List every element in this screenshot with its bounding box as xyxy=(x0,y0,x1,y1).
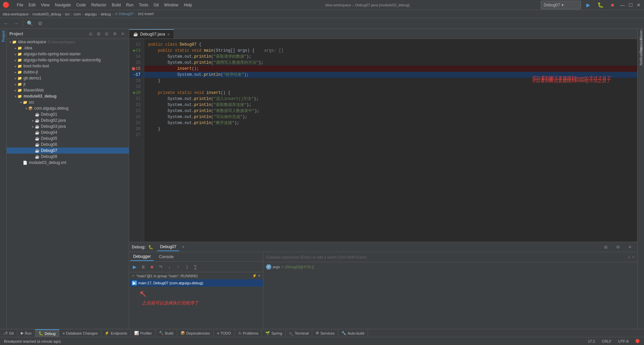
search-everywhere-button[interactable]: 🔍 xyxy=(25,19,35,28)
tool-tab-debug[interactable]: 🐛 Debug xyxy=(35,329,59,337)
bc-part-7[interactable]: ⊙ Debug07 xyxy=(115,12,134,16)
tree-idea[interactable]: ▸ 📁 .idea xyxy=(7,45,129,51)
close-panel-button[interactable]: ✕ xyxy=(119,31,126,37)
tree-debug04[interactable]: ▸ ☕ Debug04 xyxy=(7,129,129,135)
tool-tab-dependencies[interactable]: 📦 Dependencies xyxy=(177,329,214,337)
evaluate-button[interactable]: ∑ xyxy=(192,263,200,271)
tree-debug02[interactable]: ▸ ☕ Debug02.java xyxy=(7,117,129,123)
tool-tab-spring[interactable]: 🌱 Spring xyxy=(262,329,286,337)
code-editor[interactable]: public class Debug07 { public static voi… xyxy=(144,39,637,242)
debugger-tab[interactable]: Debugger xyxy=(130,253,154,261)
forward-button[interactable]: → xyxy=(11,19,21,28)
run-button[interactable]: ▶ xyxy=(584,0,593,10)
settings-button[interactable]: ⚙ xyxy=(35,19,45,28)
cursor-position[interactable]: 17:1 xyxy=(587,339,596,343)
run-config-dropdown[interactable]: Debug07 ▾ xyxy=(541,1,581,9)
stop-button[interactable]: ■ xyxy=(608,0,617,10)
tree-git-demo1[interactable]: ▸ 📁 git-demo1 xyxy=(7,75,129,81)
tree-debug03[interactable]: ▸ ☕ Debug03.java xyxy=(7,123,129,129)
project-sidebar-icon[interactable]: Project xyxy=(0,32,8,41)
tab-close-button[interactable]: ✕ xyxy=(167,33,170,36)
bc-part-4[interactable]: com xyxy=(74,12,81,16)
tree-boot-hello[interactable]: ▸ 📁 boot-hello-test xyxy=(7,63,129,69)
resume-button[interactable]: ▶ xyxy=(130,263,139,271)
menu-run[interactable]: Run xyxy=(124,2,136,8)
menu-build[interactable]: Build xyxy=(110,2,123,8)
notifications-icon[interactable]: Notifications xyxy=(636,52,644,61)
tree-debug07[interactable]: ▸ ☕ Debug07 xyxy=(7,148,129,154)
bc-part-1[interactable]: idea-workspace xyxy=(3,12,29,16)
bc-part-8[interactable]: ⟨m⟩ insert xyxy=(138,12,154,16)
bc-part-3[interactable]: src xyxy=(65,12,70,16)
menu-git[interactable]: Git xyxy=(152,2,161,8)
restore-layout-button[interactable]: ⊞ xyxy=(601,242,610,252)
close-button[interactable]: ✕ xyxy=(636,2,641,8)
tree-debug01[interactable]: ▸ ☕ Debug01 xyxy=(7,111,129,117)
tree-mavenweb[interactable]: ▸ 📁 MavenWeb xyxy=(7,87,129,93)
tree-package[interactable]: ▾ 📦 com.atguigu.debug xyxy=(7,105,129,111)
back-button[interactable]: ← xyxy=(1,19,11,28)
menu-refactor[interactable]: Refactor xyxy=(89,2,108,8)
menu-view[interactable]: View xyxy=(39,2,52,8)
add-watch-button[interactable]: + xyxy=(628,255,630,259)
tree-debug08[interactable]: ▸ ☕ Debug08 xyxy=(7,154,129,160)
tree-iml[interactable]: ▸ 📄 module03_debug.iml xyxy=(7,160,129,166)
tree-debug06[interactable]: ▸ ☕ Debug06 xyxy=(7,141,129,148)
console-tab[interactable]: Console xyxy=(156,253,176,261)
locate-file-button[interactable]: ◎ xyxy=(87,31,94,37)
tool-tab-auto-build[interactable]: 🔧 Auto-build xyxy=(338,329,368,337)
debug-tab-close[interactable]: ✕ xyxy=(182,245,184,249)
tool-tab-profiler[interactable]: 📊 Profiler xyxy=(131,329,156,337)
tool-tab-problems[interactable]: ⚠ Problems xyxy=(235,329,262,337)
tree-dubbo-jt[interactable]: ▸ 📁 dubbo-jt xyxy=(7,69,129,75)
editor-tab-debug07[interactable]: ☕ Debug07.java ✕ xyxy=(129,29,174,39)
menu-tools[interactable]: Tools xyxy=(137,2,150,8)
tree-debug05[interactable]: ▸ ☕ Debug05 xyxy=(7,135,129,141)
tree-jt[interactable]: ▸ 📁 jt xyxy=(7,81,129,87)
line-ending[interactable]: CRLF xyxy=(600,339,613,343)
tool-tab-run[interactable]: ▶ Run xyxy=(17,329,35,337)
encoding[interactable]: UTF-8 xyxy=(617,339,630,343)
expand-all-button[interactable]: ⊞ xyxy=(95,31,102,37)
step-into-button[interactable]: ↓ xyxy=(165,263,173,271)
run-to-cursor-button[interactable]: ⤵ xyxy=(183,263,191,271)
menu-code[interactable]: Code xyxy=(74,2,88,8)
debug-close-button[interactable]: ✕ xyxy=(625,242,635,252)
minimize-button[interactable]: — xyxy=(620,2,625,8)
settings-icon[interactable]: ⚙ xyxy=(111,31,118,37)
tree-atguigu-hello[interactable]: ▸ 📁 atguigu-hello-spring-boot-starter xyxy=(7,51,129,57)
tool-tab-services[interactable]: ⚙ Services xyxy=(312,329,338,337)
tool-tab-endpoints[interactable]: ⚡ Endpoints xyxy=(101,329,131,337)
menu-window[interactable]: Window xyxy=(162,2,180,8)
maximize-button[interactable]: ☐ xyxy=(628,2,633,8)
menu-edit[interactable]: Edit xyxy=(26,2,38,8)
pause-button[interactable]: ⏸ xyxy=(139,263,147,271)
debug-settings-button[interactable]: ⚙ xyxy=(613,242,623,252)
bc-part-6[interactable]: debug xyxy=(101,12,111,16)
menu-navigate[interactable]: Navigate xyxy=(53,2,73,8)
dropdown-icon[interactable]: ▾ xyxy=(258,274,260,278)
step-out-button[interactable]: ↑ xyxy=(174,263,182,271)
menu-file[interactable]: File xyxy=(15,2,25,8)
tool-tab-database-changes[interactable]: ≡ Database Changes xyxy=(59,329,102,337)
bc-part-5[interactable]: atguigu xyxy=(85,12,97,16)
debug-button[interactable]: 🐛 xyxy=(596,0,605,10)
menu-help[interactable]: Help xyxy=(182,2,194,8)
stop-debug-button[interactable]: ■ xyxy=(148,263,156,271)
collapse-all-button[interactable]: ⊟ xyxy=(103,31,110,37)
step-over-button[interactable]: ↷ xyxy=(157,263,165,271)
tool-tab-build[interactable]: 🔨 Build xyxy=(156,329,177,337)
expand-vars-button[interactable]: ⤢ xyxy=(632,255,635,259)
tree-root[interactable]: ▾ 📁 idea-workspace E:\idea-workspace xyxy=(7,39,129,45)
tree-module03[interactable]: ▾ 📁 module03_debug xyxy=(7,93,129,99)
filter-icon[interactable]: ⚡ xyxy=(252,274,257,278)
tool-tab-git[interactable]: ⎇ Git xyxy=(0,329,17,337)
tree-src[interactable]: ▾ 📁 src xyxy=(7,99,129,105)
tool-tab-terminal[interactable]: >_ Terminal xyxy=(286,329,312,337)
debug-tab-debug07[interactable]: Debug07 xyxy=(157,243,179,251)
bc-part-2[interactable]: module03_debug xyxy=(33,12,61,16)
frame-item-main[interactable]: ▶ main:17, Debug07 (com.atguigu.debug) xyxy=(129,279,263,287)
tool-tab-endpoints-label: Endpoints xyxy=(111,331,127,335)
tool-tab-todo[interactable]: ≡ TODO xyxy=(214,329,235,337)
tree-atguigu-auto[interactable]: ▸ 📁 atguigu-hello-spring-boot-starter-au… xyxy=(7,57,129,63)
